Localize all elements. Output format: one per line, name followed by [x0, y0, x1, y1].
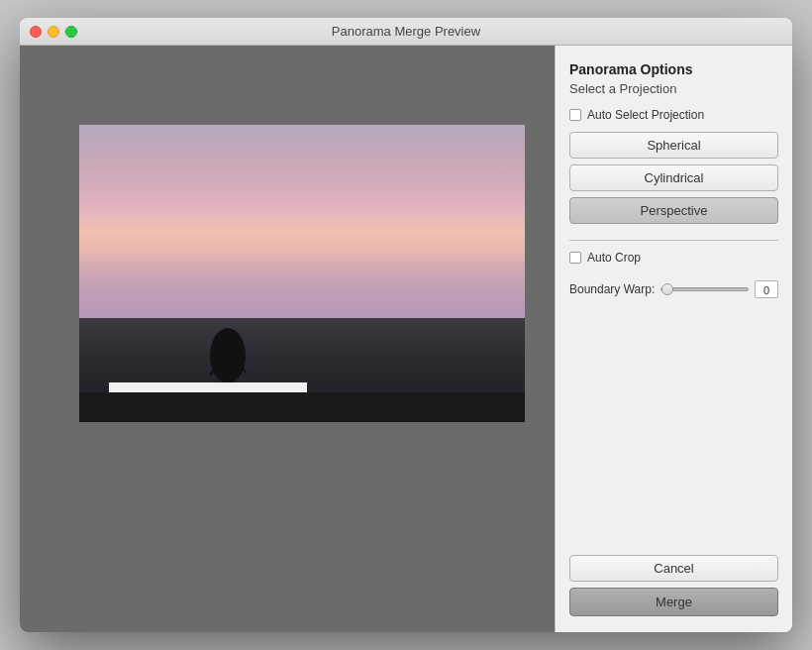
boundary-warp-value: 0: [755, 280, 778, 298]
window-body: Panorama Options Select a Projection Aut…: [20, 46, 792, 632]
cancel-button[interactable]: Cancel: [569, 555, 778, 582]
title-bar: Panorama Merge Preview: [20, 18, 792, 46]
close-button[interactable]: [30, 26, 42, 38]
panorama-sky: [79, 125, 525, 318]
auto-crop-row: Auto Crop: [569, 251, 778, 265]
merge-button[interactable]: Merge: [569, 588, 778, 616]
spherical-button[interactable]: Spherical: [569, 132, 778, 159]
spacer: [569, 298, 778, 543]
preview-panel: [20, 46, 555, 632]
slider-thumb: [661, 283, 673, 295]
bottom-buttons: Cancel Merge: [569, 555, 778, 616]
auto-select-row: Auto Select Projection: [569, 108, 778, 122]
boundary-warp-slider[interactable]: [660, 287, 749, 291]
options-subtitle: Select a Projection: [569, 81, 778, 96]
boundary-warp-label: Boundary Warp:: [569, 282, 655, 296]
svg-point-1: [210, 328, 246, 383]
boundary-warp-row: Boundary Warp: 0: [569, 280, 778, 298]
options-title: Panorama Options: [569, 61, 778, 77]
traffic-lights: [30, 26, 77, 38]
auto-crop-checkbox[interactable]: [569, 252, 581, 264]
auto-select-label: Auto Select Projection: [587, 108, 704, 122]
options-panel: Panorama Options Select a Projection Aut…: [555, 46, 792, 632]
maximize-button[interactable]: [65, 26, 77, 38]
panorama-ground: [79, 318, 525, 422]
cylindrical-button[interactable]: Cylindrical: [569, 164, 778, 191]
auto-select-checkbox[interactable]: [569, 109, 581, 121]
bottom-strip: [79, 392, 525, 422]
panorama-image: [79, 125, 525, 422]
minimize-button[interactable]: [48, 26, 59, 38]
auto-crop-label: Auto Crop: [587, 251, 641, 265]
window-title: Panorama Merge Preview: [332, 24, 480, 39]
main-window: Panorama Merge Preview: [20, 18, 792, 632]
perspective-button[interactable]: Perspective: [569, 197, 778, 224]
divider-1: [569, 240, 778, 241]
